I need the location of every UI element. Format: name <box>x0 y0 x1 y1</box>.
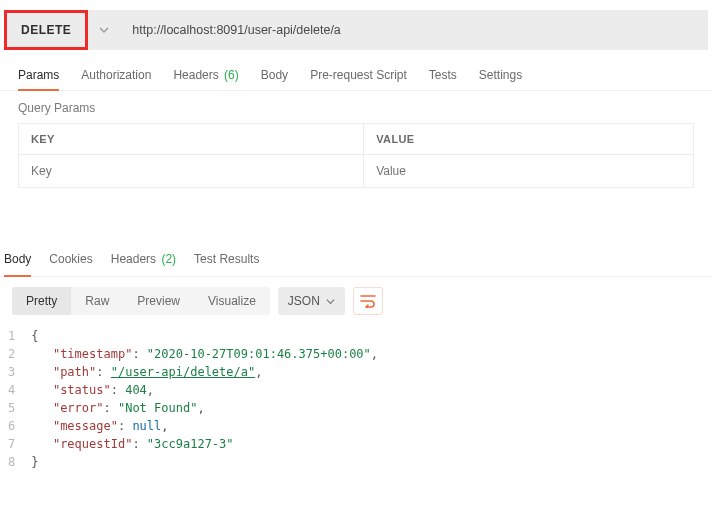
response-section: Body Cookies Headers (2) Test Results Pr… <box>0 244 712 471</box>
resp-tab-test-results[interactable]: Test Results <box>194 244 259 276</box>
query-params-label: Query Params <box>0 91 712 123</box>
line-gutter: 12345678 <box>8 327 31 471</box>
request-tabs: Params Authorization Headers (6) Body Pr… <box>0 50 712 91</box>
code-content[interactable]: { "timestamp": "2020-10-27T09:01:46.375+… <box>31 327 378 471</box>
view-mode-segment: Pretty Raw Preview Visualize <box>12 287 270 315</box>
query-params-row <box>19 155 693 187</box>
resp-tab-headers[interactable]: Headers (2) <box>111 244 176 276</box>
wrap-lines-button[interactable] <box>353 287 383 315</box>
view-raw-button[interactable]: Raw <box>71 287 123 315</box>
tab-tests[interactable]: Tests <box>429 68 457 90</box>
tab-body[interactable]: Body <box>261 68 288 90</box>
wrap-icon <box>360 294 376 308</box>
qp-key-input[interactable] <box>31 164 351 178</box>
tab-params[interactable]: Params <box>18 68 59 90</box>
qp-value-input[interactable] <box>376 164 681 178</box>
view-preview-button[interactable]: Preview <box>123 287 194 315</box>
http-method-dropdown[interactable] <box>88 10 120 50</box>
query-params-header: KEY VALUE <box>19 124 693 155</box>
response-view-row: Pretty Raw Preview Visualize JSON <box>0 277 712 325</box>
qp-value-header: VALUE <box>364 124 693 154</box>
http-method-label: DELETE <box>21 23 71 37</box>
resp-headers-count: (2) <box>161 252 176 266</box>
request-row: DELETE <box>4 10 708 50</box>
request-url-input[interactable] <box>120 10 708 50</box>
tab-prerequest[interactable]: Pre-request Script <box>310 68 407 90</box>
http-method-select[interactable]: DELETE <box>4 10 88 50</box>
chevron-down-icon <box>99 25 109 35</box>
format-label: JSON <box>288 294 320 308</box>
resp-tab-body[interactable]: Body <box>4 244 31 276</box>
query-params-table: KEY VALUE <box>18 123 694 188</box>
response-tabs: Body Cookies Headers (2) Test Results <box>0 244 712 277</box>
view-pretty-button[interactable]: Pretty <box>12 287 71 315</box>
tab-authorization[interactable]: Authorization <box>81 68 151 90</box>
chevron-down-icon <box>326 297 335 306</box>
tab-settings[interactable]: Settings <box>479 68 522 90</box>
headers-count: (6) <box>224 68 239 82</box>
qp-key-header: KEY <box>19 124 364 154</box>
response-body-code: 12345678 { "timestamp": "2020-10-27T09:0… <box>0 325 712 471</box>
format-dropdown[interactable]: JSON <box>278 287 345 315</box>
view-visualize-button[interactable]: Visualize <box>194 287 270 315</box>
tab-headers[interactable]: Headers (6) <box>173 68 238 90</box>
resp-tab-cookies[interactable]: Cookies <box>49 244 92 276</box>
